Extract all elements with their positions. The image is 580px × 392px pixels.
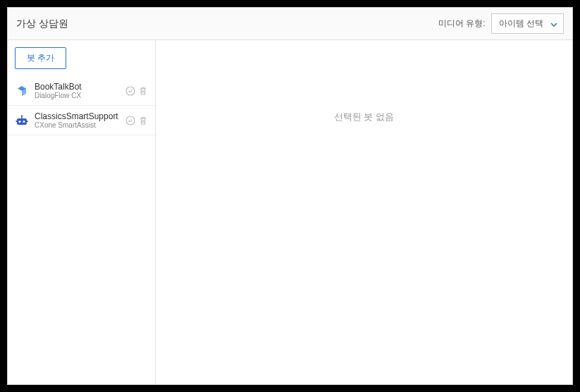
chevron-down-icon (550, 19, 557, 29)
body: 봇 추가 BookTalkBot DialogFlow CX (8, 40, 572, 384)
check-circle-icon[interactable] (125, 86, 135, 96)
svg-point-0 (126, 87, 135, 95)
bot-name: BookTalkBot (35, 82, 120, 92)
app-frame: 가상 상담원 미디어 유형: 아이템 선택 봇 추가 (7, 7, 573, 385)
bot-info: BookTalkBot DialogFlow CX (35, 82, 120, 99)
header-right: 미디어 유형: 아이템 선택 (438, 13, 564, 34)
svg-point-8 (126, 116, 135, 125)
sidebar-toolbar: 봇 추가 (8, 40, 155, 76)
svg-point-2 (19, 121, 21, 123)
dialogflow-icon (15, 84, 29, 98)
bot-list-item[interactable]: ClassicsSmartSupport CXone SmartAssist (8, 106, 155, 135)
media-type-select[interactable]: 아이템 선택 (491, 13, 564, 34)
bot-list: BookTalkBot DialogFlow CX (8, 76, 155, 384)
bot-info: ClassicsSmartSupport CXone SmartAssist (35, 111, 120, 129)
svg-rect-1 (17, 118, 27, 125)
trash-icon[interactable] (138, 86, 148, 96)
add-bot-button[interactable]: 봇 추가 (15, 47, 66, 69)
bot-actions (125, 116, 148, 125)
bot-provider: CXone SmartAssist (35, 121, 120, 129)
svg-point-3 (23, 121, 25, 123)
trash-icon[interactable] (138, 116, 148, 125)
media-type-select-value: 아이템 선택 (499, 18, 543, 28)
sidebar: 봇 추가 BookTalkBot DialogFlow CX (8, 40, 156, 384)
bot-actions (125, 86, 148, 96)
header-bar: 가상 상담원 미디어 유형: 아이템 선택 (8, 8, 572, 40)
check-circle-icon[interactable] (125, 116, 135, 125)
page-title: 가상 상담원 (16, 18, 68, 30)
empty-state-text: 선택된 봇 없음 (334, 111, 394, 123)
svg-point-5 (21, 115, 23, 116)
bot-list-item[interactable]: BookTalkBot DialogFlow CX (8, 76, 155, 106)
smartassist-icon (15, 114, 29, 128)
bot-provider: DialogFlow CX (35, 92, 120, 99)
media-type-label: 미디어 유형: (438, 18, 486, 30)
bot-name: ClassicsSmartSupport (35, 111, 120, 121)
main-content: 선택된 봇 없음 (156, 40, 572, 384)
